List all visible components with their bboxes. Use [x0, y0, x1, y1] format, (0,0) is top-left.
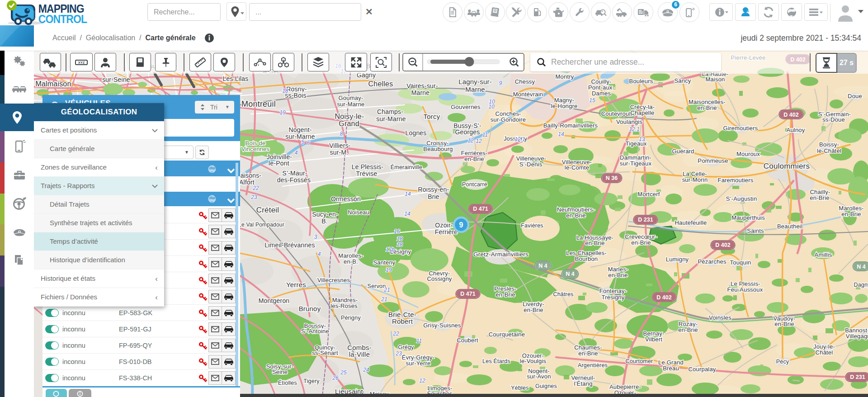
svg-text:en-Brie: en-Brie [810, 194, 829, 201]
svg-text:Georges: Georges [455, 128, 480, 136]
svg-text:CONTROL: CONTROL [38, 13, 87, 25]
svg-text:9: 9 [499, 80, 502, 86]
svg-text:Noiseau: Noiseau [348, 209, 369, 216]
svg-text:Guignes: Guignes [535, 383, 557, 389]
svg-text:Champs-: Champs- [377, 108, 403, 115]
svg-text:Montévrain: Montévrain [513, 91, 543, 98]
svg-text:9: 9 [459, 221, 463, 229]
svg-text:Roissy-en-: Roissy-en- [418, 186, 449, 193]
svg-text:Villecresnes: Villecresnes [317, 277, 350, 284]
svg-text:Santeny: Santeny [373, 259, 395, 266]
svg-text:Étiolles: Étiolles [278, 379, 297, 386]
svg-text:la-Ville: la-Ville [349, 350, 370, 358]
svg-text:Montry: Montry [556, 73, 574, 80]
svg-text:N 4: N 4 [538, 263, 547, 269]
svg-text:Saints: Saints [747, 227, 764, 234]
svg-text:Trévise: Trévise [356, 170, 377, 177]
svg-text:ss-Sénart: ss-Sénart [312, 350, 338, 356]
svg-text:Limeil-Brévannes: Limeil-Brévannes [264, 241, 315, 249]
svg-text:26: 26 [332, 375, 339, 381]
svg-text:Grand: Grand [339, 120, 359, 128]
svg-text:Bailly-Romainvilliers: Bailly-Romainvilliers [543, 122, 598, 129]
svg-text:Yerres: Yerres [286, 281, 306, 288]
svg-text:13: 13 [639, 136, 645, 142]
svg-text:en-Brie: en-Brie [578, 350, 598, 357]
svg-text:B.: B. [321, 217, 328, 225]
svg-text:Giremoutiers: Giremoutiers [723, 125, 758, 132]
svg-text:Faremoutiers: Faremoutiers [718, 177, 754, 184]
svg-text:Ormesson: Ormesson [331, 195, 361, 203]
svg-text:Doue: Doue [848, 93, 862, 99]
svg-text:Grisy-Suisnes: Grisy-Suisnes [423, 322, 461, 329]
svg-text:S’-Maur-: S’-Maur- [282, 170, 307, 177]
svg-text:sur-Marne: sur-Marne [285, 133, 315, 140]
svg-text:sur-M.: sur-M. [330, 149, 349, 156]
svg-text:Courquetaine: Courquetaine [489, 331, 525, 338]
svg-text:23: 23 [250, 194, 257, 200]
svg-text:18: 18 [282, 88, 288, 94]
svg-text:25: 25 [340, 369, 347, 376]
svg-text:6: 6 [307, 140, 310, 146]
svg-text:en-Brie: en-Brie [585, 240, 604, 246]
svg-text:N 4: N 4 [857, 264, 866, 270]
svg-text:12.1: 12.1 [514, 136, 525, 142]
svg-text:Voulangis: Voulangis [616, 118, 642, 125]
svg-text:Le Plessis-: Le Plessis- [352, 163, 384, 170]
svg-text:des-Fossés: des-Fossés [277, 176, 311, 184]
svg-text:le-Pont: le-Pont [269, 160, 289, 167]
svg-text:3: 3 [314, 234, 317, 240]
svg-text:Argentières: Argentières [578, 362, 608, 369]
svg-text:23: 23 [395, 350, 402, 357]
svg-text:Chelles: Chelles [368, 80, 393, 88]
svg-text:sur-Yerre: sur-Yerre [406, 360, 431, 367]
svg-text:l’Étang: l’Étang [574, 380, 592, 387]
svg-text:D 471: D 471 [460, 291, 475, 297]
svg-text:Alfort: Alfort [239, 179, 255, 186]
svg-text:Pontcarré: Pontcarré [462, 181, 487, 188]
svg-text:Trésigny: Trésigny [602, 294, 625, 301]
svg-text:sur-Seine: sur-Seine [102, 76, 130, 83]
svg-text:en-Brie: en-Brie [495, 291, 515, 298]
svg-text:le-Hongre: le-Hongre [551, 103, 578, 109]
svg-text:N 4: N 4 [566, 271, 575, 277]
svg-text:Guérard: Guérard [672, 148, 694, 155]
svg-text:17b: 17b [386, 246, 395, 253]
svg-text:Villiers-: Villiers- [329, 142, 351, 149]
svg-text:N 36: N 36 [606, 175, 618, 181]
svg-text:18: 18 [396, 241, 403, 248]
svg-text:Boissy-: Boissy- [819, 141, 839, 148]
svg-text:Pécy: Pécy [776, 359, 789, 365]
svg-text:Dagny: Dagny [854, 282, 868, 288]
svg-text:Gretz-Armainvilliers: Gretz-Armainvilliers [473, 251, 528, 258]
svg-text:sur-Avon: sur-Avon [527, 373, 551, 380]
svg-text:S’-Augustin: S’-Augustin [726, 195, 757, 202]
svg-text:Pézarches: Pézarches [698, 258, 726, 265]
svg-text:Ozoir-: Ozoir- [435, 222, 453, 229]
svg-text:12: 12 [467, 137, 474, 144]
svg-text:Seine: Seine [272, 369, 288, 375]
svg-text:Vaires-sur-: Vaires-sur- [406, 82, 438, 90]
svg-text:Pommeuse: Pommeuse [698, 157, 728, 164]
svg-text:D 402: D 402 [715, 242, 730, 248]
svg-text:Les Étards: Les Étards [482, 358, 510, 364]
svg-text:en-Brie: en-Brie [774, 321, 794, 327]
svg-text:16: 16 [394, 228, 400, 235]
svg-text:Robert: Robert [392, 317, 413, 325]
svg-text:XYZ: XYZ [78, 61, 85, 65]
svg-text:Le Val Pompadour: Le Val Pompadour [238, 222, 284, 228]
svg-text:sur-Tigeaux: sur-Tigeaux [620, 160, 652, 167]
svg-text:Touquin: Touquin [730, 259, 751, 266]
svg-text:en-Brie: en-Brie [678, 326, 698, 333]
svg-text:11: 11 [482, 132, 488, 138]
svg-text:4: 4 [318, 251, 321, 257]
svg-text:Marne: Marne [411, 89, 430, 96]
svg-text:Goumay-: Goumay- [339, 95, 363, 101]
svg-text:le-Voulgis: le-Voulgis [520, 358, 547, 364]
svg-text:Bréau: Bréau [663, 365, 679, 372]
svg-text:Coubert: Coubert [457, 337, 478, 344]
svg-text:Beautheil: Beautheil [777, 223, 802, 230]
svg-text:Bouleurs: Bouleurs [629, 78, 653, 85]
svg-text:Beaubourg: Beaubourg [423, 146, 453, 152]
svg-text:Chessy: Chessy [515, 78, 535, 85]
svg-text:Aulnoy: Aulnoy [787, 127, 805, 133]
